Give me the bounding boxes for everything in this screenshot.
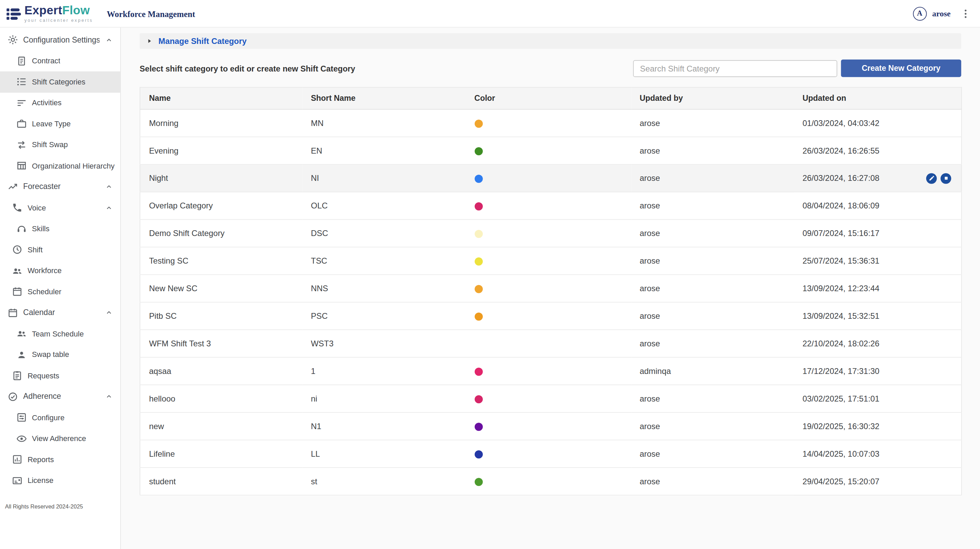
cell-updated-on: 17/12/2024, 17:31:30 xyxy=(794,357,962,385)
table-row-new-new-sc[interactable]: New New SCNNSarose13/09/2024, 12:23:44 xyxy=(140,275,962,302)
table-row-wfm-shift-test-3[interactable]: WFM Shift Test 3WST3arose22/10/2024, 18:… xyxy=(140,330,962,357)
sidebar-item-workforce[interactable]: Workforce xyxy=(0,260,120,281)
column-header-short-name: Short Name xyxy=(302,88,466,109)
check-circle-icon xyxy=(8,391,18,402)
sidebar-item-label: License xyxy=(28,476,54,485)
sidebar-item-view-adherence[interactable]: View Adherence xyxy=(0,428,120,449)
sidebar-item-label: Calendar xyxy=(23,308,55,317)
updated-on-text: 26/03/2024, 16:27:08 xyxy=(803,173,880,183)
cell-name: aqsaa xyxy=(140,357,302,385)
sidebar-item-contract[interactable]: Contract xyxy=(0,50,120,72)
avatar[interactable]: A xyxy=(913,6,926,20)
updated-on-text: 29/04/2025, 15:20:07 xyxy=(803,476,880,486)
sidebar-item-label: Configure xyxy=(32,413,65,422)
sidebar-item-skills[interactable]: Skills xyxy=(0,218,120,239)
sidebar-item-license[interactable]: License xyxy=(0,470,120,491)
table-row-evening[interactable]: EveningENarose26/03/2024, 16:26:55 xyxy=(140,137,962,164)
cell-name: Evening xyxy=(140,137,302,164)
sidebar: Configuration SettingsContractShift Cate… xyxy=(0,28,121,549)
calendar-icon xyxy=(12,286,22,297)
table-row-lifeline[interactable]: LifelineLLarose14/04/2025, 10:07:03 xyxy=(140,440,962,468)
cell-updated-on: 13/09/2024, 12:23:44 xyxy=(794,275,962,302)
sidebar-item-shift-categories[interactable]: Shift Categories xyxy=(0,72,120,92)
cell-short-name: TSC xyxy=(302,247,466,275)
cell-name: Testing SC xyxy=(140,247,302,275)
cell-name: Night xyxy=(140,164,302,192)
column-header-color: Color xyxy=(466,88,631,109)
table-row-student[interactable]: studentstarose29/04/2025, 15:20:07 xyxy=(140,468,962,495)
sidebar-item-shift[interactable]: Shift xyxy=(0,239,120,260)
cell-updated-by: arose xyxy=(631,220,794,247)
briefcase-icon xyxy=(16,119,27,129)
cell-updated-by: arose xyxy=(631,164,794,192)
updated-on-text: 08/04/2024, 18:06:09 xyxy=(803,201,880,210)
cell-color xyxy=(466,164,631,192)
people-icon xyxy=(12,265,22,276)
cell-short-name: ni xyxy=(302,385,466,412)
table-row-aqsaa[interactable]: aqsaa1adminqa17/12/2024, 17:31:30 xyxy=(140,357,962,385)
category-color-dot xyxy=(474,175,482,183)
gear-icon xyxy=(8,35,18,45)
disable-button[interactable] xyxy=(940,173,951,183)
more-vert-icon[interactable] xyxy=(960,8,971,19)
sidebar-item-shift-swap[interactable]: Shift Swap xyxy=(0,134,120,155)
main-content: Manage Shift Category Select shift categ… xyxy=(121,28,980,549)
sidebar-item-activities[interactable]: Activities xyxy=(0,92,120,113)
copyright-text: All Rights Reserved 2024-2025 xyxy=(0,504,120,510)
manage-shift-category-accordion[interactable]: Manage Shift Category xyxy=(140,33,961,49)
cell-updated-on: 19/02/2025, 16:30:32 xyxy=(794,412,962,440)
sidebar-item-leave-type[interactable]: Leave Type xyxy=(0,113,120,135)
edit-button[interactable] xyxy=(926,173,937,183)
cell-updated-by: arose xyxy=(631,302,794,330)
table-row-overlap-category[interactable]: Overlap CategoryOLCarose08/04/2024, 18:0… xyxy=(140,192,962,220)
sidebar-item-swap-table[interactable]: Swap table xyxy=(0,344,120,366)
sidebar-item-configure[interactable]: Configure xyxy=(0,407,120,428)
cell-color xyxy=(466,220,631,247)
table-row-demo-shift-category[interactable]: Demo Shift CategoryDSCarose09/07/2024, 1… xyxy=(140,220,962,247)
sidebar-item-label: Requests xyxy=(28,371,59,380)
logo-tagline: your callcenter experts xyxy=(24,18,93,22)
sidebar-item-reports[interactable]: Reports xyxy=(0,449,120,470)
cell-short-name: EN xyxy=(302,137,466,164)
table-row-testing-sc[interactable]: Testing SCTSCarose25/07/2024, 15:36:31 xyxy=(140,247,962,275)
sidebar-item-organizational-hierarchy[interactable]: Organizational Hierarchy xyxy=(0,155,120,177)
table-row-pitb-sc[interactable]: Pitb SCPSCarose13/09/2024, 15:32:51 xyxy=(140,302,962,330)
cell-updated-on: 25/07/2024, 15:36:31 xyxy=(794,247,962,275)
sidebar-item-calendar[interactable]: Calendar xyxy=(0,302,120,323)
sidebar-item-scheduler[interactable]: Scheduler xyxy=(0,281,120,302)
sidebar-item-label: Contract xyxy=(32,57,60,65)
sidebar-item-label: Voice xyxy=(28,203,46,212)
cell-updated-on: 14/04/2025, 10:07:03 xyxy=(794,440,962,468)
cell-updated-by: arose xyxy=(631,192,794,220)
controls-row: Select shift category to edit or create … xyxy=(140,60,961,77)
app-window: ExpertFlow your callcenter experts Workf… xyxy=(0,0,980,549)
cell-color xyxy=(466,137,631,164)
column-header-updated-by: Updated by xyxy=(631,88,794,109)
updated-on-text: 03/02/2025, 17:51:01 xyxy=(803,394,880,404)
chevron-up-icon xyxy=(105,392,113,401)
table-row-new[interactable]: newN1arose19/02/2025, 16:30:32 xyxy=(140,412,962,440)
table-row-morning[interactable]: MorningMNarose01/03/2024, 04:03:42 xyxy=(140,109,962,137)
sidebar-item-requests[interactable]: Requests xyxy=(0,365,120,386)
cell-updated-on: 26/03/2024, 16:27:08 xyxy=(794,164,962,192)
table-row-night[interactable]: NightNIarose26/03/2024, 16:27:08 xyxy=(140,164,962,192)
category-color-dot xyxy=(474,285,482,293)
trend-up-icon xyxy=(8,181,18,192)
chevron-up-icon xyxy=(105,308,113,317)
chevron-up-icon xyxy=(105,203,113,212)
sidebar-item-adherence[interactable]: Adherence xyxy=(0,386,120,407)
cell-name: student xyxy=(140,468,302,495)
sidebar-item-configuration-settings[interactable]: Configuration Settings xyxy=(0,29,120,50)
category-color-dot xyxy=(474,202,482,210)
cell-color xyxy=(466,412,631,440)
cell-name: new xyxy=(140,412,302,440)
cell-updated-by: arose xyxy=(631,468,794,495)
table-row-hellooo[interactable]: helloooniarose03/02/2025, 17:51:01 xyxy=(140,385,962,412)
create-new-category-button[interactable]: Create New Category xyxy=(841,60,961,77)
sidebar-item-forecaster[interactable]: Forecaster xyxy=(0,177,120,197)
search-input[interactable] xyxy=(633,60,837,77)
sidebar-item-label: Workforce xyxy=(28,266,62,275)
sidebar-item-voice[interactable]: Voice xyxy=(0,197,120,218)
sidebar-item-label: Configuration Settings xyxy=(23,35,99,44)
sidebar-item-team-schedule[interactable]: Team Schedule xyxy=(0,323,120,344)
